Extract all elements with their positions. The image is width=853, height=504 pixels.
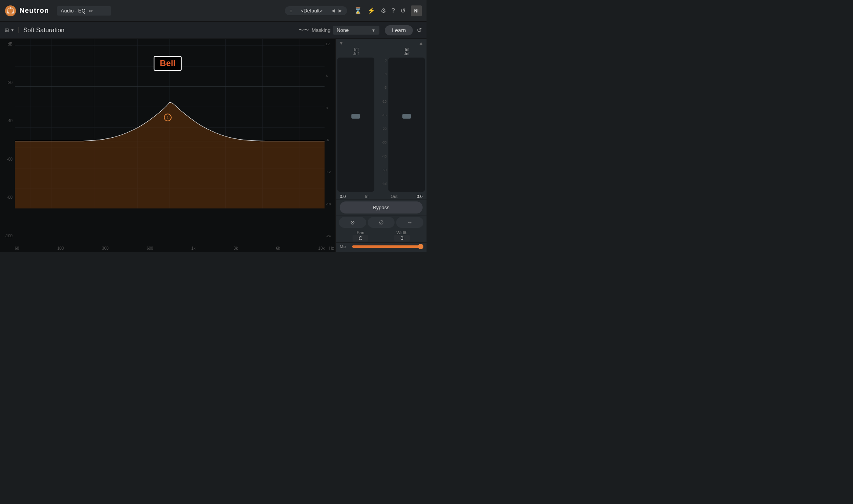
scale-0: 0	[376, 58, 387, 62]
top-bar: Neutron Audio - EQ ✏ ≡ <Default> ◀ ▶ ⌛ ⚡…	[0, 0, 426, 22]
neutron-logo-icon	[5, 5, 16, 17]
pan-width-icons-row: ⊗ ∅ ↔	[336, 215, 426, 229]
undo-icon[interactable]: ↺	[400, 7, 405, 14]
phase-button[interactable]: ∅	[368, 217, 395, 228]
lightning-icon[interactable]: ⚡	[367, 7, 375, 14]
masking-dropdown[interactable]: None ▼	[333, 26, 379, 35]
db-right-m24: -24	[325, 234, 335, 238]
svg-point-4	[7, 11, 9, 13]
preset-text: <Default>	[295, 8, 328, 14]
scale-minf: -Inf	[376, 182, 387, 186]
in-fader-track[interactable]	[337, 58, 374, 192]
masking-area: 〜〜 Masking None ▼ Learn ↺	[298, 25, 422, 35]
scale-m30: -30	[376, 140, 387, 144]
preset-prev-icon[interactable]: ◀	[331, 8, 335, 13]
in-value: 0.0	[340, 194, 346, 199]
db-label-m100: -100	[0, 234, 15, 238]
db-right-12: 12	[325, 42, 335, 46]
db-label-m40: -40	[0, 119, 15, 123]
bypass-button[interactable]: Bypass	[340, 201, 423, 214]
main-area: dB -20 -40 -60 -80 -100	[0, 39, 426, 252]
in-down-arrow-icon[interactable]: ▼	[339, 40, 344, 46]
out-fader-thumb[interactable]	[402, 114, 411, 119]
preset-area[interactable]: ≡ <Default> ◀ ▶	[285, 6, 347, 15]
freq-3k: 3k	[233, 246, 238, 250]
db-scale-col: 0 -3 -6 -10 -15 -20 -30 -40 -50 -Inf	[375, 47, 388, 193]
freq-6k: 6k	[276, 246, 280, 250]
plugin-name-text: Audio - EQ	[61, 8, 86, 14]
top-icons: ⌛ ⚡ ⚙ ? ↺ NI	[354, 5, 422, 16]
db-labels-left: dB -20 -40 -60 -80 -100	[0, 39, 15, 241]
pan-section: Pan C	[340, 230, 381, 242]
soft-saturation-label: Soft Saturation	[23, 27, 65, 34]
eq-curve-svg	[15, 39, 325, 208]
masking-waveform-icon: 〜〜	[298, 27, 309, 34]
edit-plugin-name-icon[interactable]: ✏	[89, 8, 93, 14]
scale-m10: -10	[376, 100, 387, 103]
pan-value[interactable]: C	[353, 235, 368, 242]
db-label-m20: -20	[0, 80, 15, 85]
stereo-icon: ↔	[407, 219, 412, 226]
grid-toggle-button[interactable]: ⊞ ▼	[5, 27, 19, 33]
mix-slider-thumb[interactable]	[418, 244, 423, 249]
db-right-m6: -6	[325, 138, 335, 142]
out-fader-area	[388, 56, 425, 193]
freq-100: 100	[57, 246, 64, 250]
scale-m20: -20	[376, 127, 387, 131]
db-right-6: 6	[325, 74, 335, 78]
db-label-m80: -80	[0, 195, 15, 200]
mix-slider-fill	[352, 245, 423, 248]
out-inf-top: -Inf	[404, 47, 409, 52]
pan-label: Pan	[356, 230, 364, 235]
grid-arrow-icon: ▼	[11, 28, 14, 32]
out-label: Out	[391, 194, 398, 199]
preset-next-icon[interactable]: ▶	[338, 8, 342, 13]
plugin-name-area[interactable]: Audio - EQ ✏	[57, 6, 111, 16]
ni-logo: NI	[411, 5, 422, 16]
freq-600: 600	[147, 246, 153, 250]
panel-divider-1	[336, 200, 426, 200]
out-value: 0.0	[417, 194, 423, 199]
settings-icon[interactable]: ⚙	[381, 7, 386, 14]
in-inf-bot: -Inf	[353, 52, 358, 56]
phase-icon: ∅	[379, 219, 384, 226]
mix-label: Mix	[340, 244, 349, 249]
stereo-width-button[interactable]: ↔	[396, 217, 423, 228]
app-name: Neutron	[19, 7, 49, 15]
db-labels-right: 12 6 0 -6 -12 -18 -24	[325, 39, 335, 241]
top-arrows: ▼ ▲	[336, 39, 426, 47]
svg-point-3	[12, 11, 14, 13]
db-right-0: 0	[325, 106, 335, 110]
preset-list-icon: ≡	[290, 8, 292, 14]
pan-width-label-row: Pan C Width 0	[336, 229, 426, 242]
link-button[interactable]: ⊗	[339, 217, 366, 228]
band-1-point[interactable]: 1	[164, 114, 172, 121]
right-panel: ▼ ▲ -Inf -Inf 0 -3 -6	[335, 39, 426, 252]
in-out-value-row: 0.0 In Out 0.0	[336, 193, 426, 200]
history-icon[interactable]: ⌛	[354, 7, 362, 14]
help-icon[interactable]: ?	[391, 7, 395, 14]
out-up-arrow-icon[interactable]: ▲	[419, 40, 423, 46]
width-label: Width	[397, 230, 407, 235]
db-right-m18: -18	[325, 202, 335, 206]
refresh-icon[interactable]: ↺	[417, 26, 422, 34]
db-right-m12: -12	[325, 170, 335, 174]
freq-1k: 1k	[191, 246, 196, 250]
mix-slider-track[interactable]	[352, 245, 423, 248]
eq-display[interactable]: dB -20 -40 -60 -80 -100	[0, 39, 335, 252]
in-inf-top: -Inf	[353, 47, 358, 52]
svg-point-2	[10, 7, 12, 9]
width-section: Width 0	[381, 230, 423, 242]
scale-m3: -3	[376, 72, 387, 76]
logo-area: Neutron	[5, 5, 49, 17]
in-fader-thumb[interactable]	[351, 114, 360, 119]
out-fader-track[interactable]	[388, 58, 425, 192]
scale-m6: -6	[376, 86, 387, 89]
freq-60: 60	[15, 246, 19, 250]
width-value[interactable]: 0	[394, 235, 410, 242]
learn-button[interactable]: Learn	[385, 25, 413, 35]
db-header-label: dB	[0, 42, 15, 46]
svg-point-0	[5, 5, 16, 16]
scale-m40: -40	[376, 154, 387, 158]
out-inf-bot: -Inf	[404, 52, 409, 56]
